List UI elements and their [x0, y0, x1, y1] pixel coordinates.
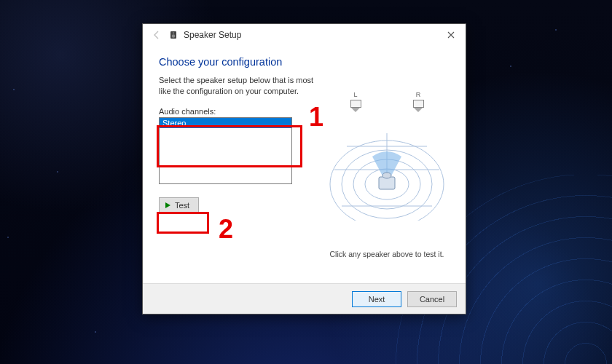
next-button[interactable]: Next [352, 291, 401, 307]
svg-point-2 [173, 32, 174, 33]
dialog-footer: Next Cancel [143, 283, 466, 314]
svg-rect-11 [379, 177, 395, 189]
speaker-setup-dialog: Speaker Setup Choose your configuration … [142, 23, 466, 314]
test-button[interactable]: Test [159, 197, 199, 213]
audio-channels-listbox[interactable]: Stereo [159, 117, 292, 184]
page-subtext: Select the speaker setup below that is m… [159, 75, 315, 97]
dialog-content: Choose your configuration Select the spe… [143, 46, 466, 283]
speaker-diagram: L R [321, 90, 452, 221]
option-stereo[interactable]: Stereo [160, 118, 291, 128]
diagram-hint: Click any speaker above to test it. [321, 250, 452, 258]
test-button-label: Test [175, 201, 189, 210]
back-button[interactable] [149, 27, 165, 43]
speaker-icon [169, 30, 179, 40]
left-speaker-label: L [353, 91, 357, 98]
svg-point-12 [382, 173, 391, 178]
play-icon [165, 202, 170, 208]
page-heading: Choose your configuration [159, 56, 450, 68]
right-speaker-label: R [416, 91, 421, 98]
left-speaker[interactable]: L [348, 91, 364, 112]
window-title: Speaker Setup [184, 30, 241, 40]
close-button[interactable] [436, 25, 466, 45]
titlebar: Speaker Setup [143, 24, 466, 46]
svg-point-1 [172, 34, 176, 38]
cancel-button[interactable]: Cancel [407, 291, 457, 307]
right-speaker[interactable]: R [410, 91, 426, 112]
